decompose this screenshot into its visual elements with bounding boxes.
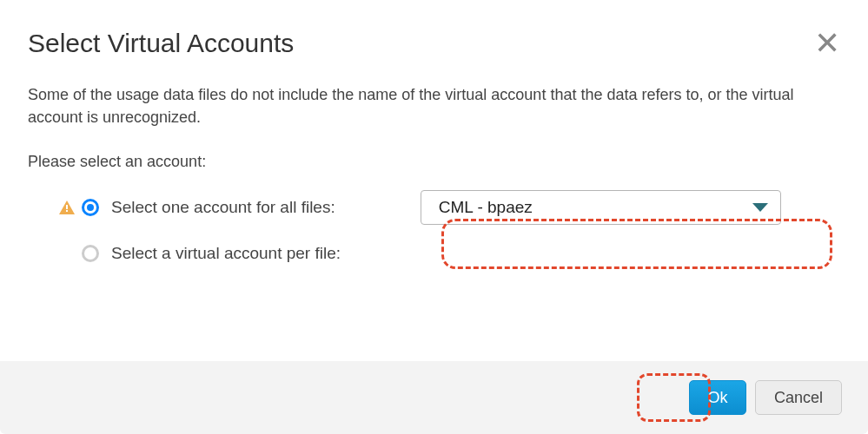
description-text: Some of the usage data files do not incl… <box>28 83 840 128</box>
option-one-for-all-label: Select one account for all files: <box>111 198 335 217</box>
chevron-down-icon <box>752 203 768 212</box>
option-one-for-all: Select one account for all files: CML - … <box>59 190 840 225</box>
warning-icon <box>59 201 75 214</box>
svg-rect-2 <box>66 210 68 212</box>
options-group: Select one account for all files: CML - … <box>28 190 840 263</box>
radio-per-file[interactable] <box>82 245 99 262</box>
option-per-file: Select a virtual account per file: <box>59 244 840 263</box>
radio-one-for-all[interactable] <box>82 199 99 216</box>
modal-header: Select Virtual Accounts ✕ <box>0 0 868 59</box>
modal-title: Select Virtual Accounts <box>28 29 294 58</box>
cancel-button[interactable]: Cancel <box>755 380 842 415</box>
svg-rect-1 <box>66 205 68 209</box>
modal-footer: Ok Cancel <box>0 361 868 434</box>
modal-body: Some of the usage data files do not incl… <box>0 59 868 361</box>
account-dropdown[interactable]: CML - bpaez <box>421 190 781 225</box>
dropdown-wrap: CML - bpaez <box>421 190 781 225</box>
ok-button[interactable]: Ok <box>689 380 746 415</box>
dropdown-selected-value: CML - bpaez <box>439 198 533 217</box>
prompt-text: Please select an account: <box>28 153 840 171</box>
option-per-file-label: Select a virtual account per file: <box>111 244 341 263</box>
modal-container: Select Virtual Accounts ✕ Some of the us… <box>0 0 868 434</box>
close-icon[interactable]: ✕ <box>814 28 840 59</box>
